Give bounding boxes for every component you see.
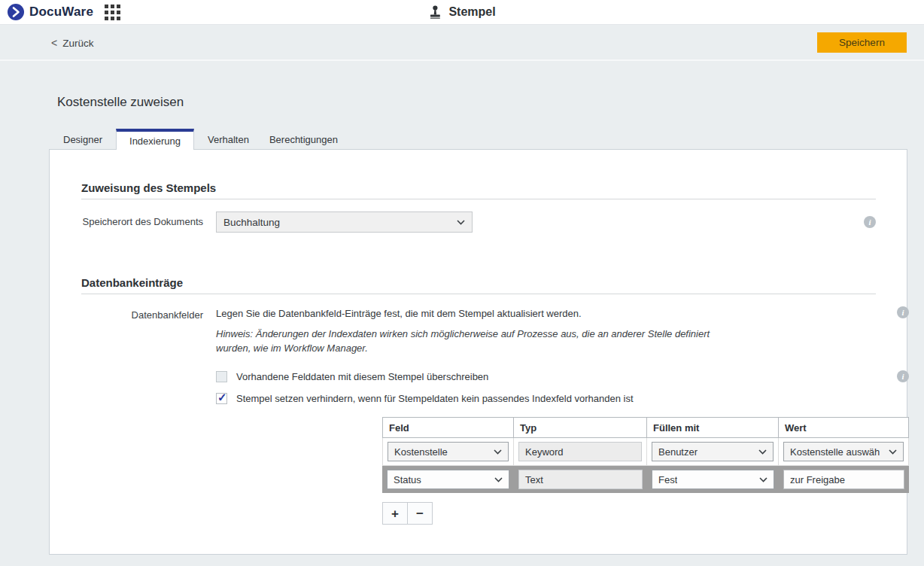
feld-select[interactable]: Status <box>387 470 509 489</box>
docuware-logo[interactable]: DocuWare <box>0 4 93 20</box>
module-title-text: Stempel <box>448 5 495 19</box>
docuware-logo-icon <box>8 4 24 20</box>
screen: DocuWare Stempel < Zurück Speichern Kost… <box>0 0 924 566</box>
assignment-section-heading: Zuweisung des Stempels <box>81 181 876 199</box>
column-header-fuellen-mit: Füllen mit <box>647 417 779 438</box>
checkmark-icon: ✓ <box>217 391 227 404</box>
table-row[interactable]: Kostenstelle Keyword Benutzer <box>382 438 909 466</box>
overwrite-checkbox-row: Vorhandene Felddaten mit diesem Stempel … <box>216 370 909 383</box>
table-row-buttons: + − <box>382 502 909 525</box>
database-section-heading: Datenbankeinträge <box>81 276 876 294</box>
prevent-checkbox-label[interactable]: Stempel setzen verhindern, wenn für Stem… <box>236 393 634 404</box>
page-title: Kostenstelle zuweisen <box>57 95 184 110</box>
overwrite-checkbox[interactable] <box>216 371 227 382</box>
wert-select[interactable]: Kostenstelle auswäh <box>783 442 904 461</box>
table-row-selected[interactable]: Status Text Fest <box>382 466 909 493</box>
storage-info-icon[interactable]: i <box>864 216 876 228</box>
feld-select[interactable]: Kostenstelle <box>388 442 509 461</box>
table-header-row: Feld Typ Füllen mit Wert <box>382 417 909 438</box>
save-button[interactable]: Speichern <box>817 32 907 53</box>
module-title: Stempel <box>428 5 495 20</box>
action-toolbar: < Zurück Speichern <box>0 26 924 61</box>
chevron-down-icon <box>759 477 767 482</box>
fuellen-mit-select[interactable]: Benutzer <box>652 442 774 461</box>
storage-location-select[interactable]: Buchhaltung <box>216 211 473 233</box>
indexierung-panel: Zuweisung des Stempels Speicherort des D… <box>49 149 907 555</box>
column-header-feld: Feld <box>382 417 514 438</box>
database-fields-info-icon[interactable]: i <box>897 306 909 318</box>
column-header-wert: Wert <box>779 417 909 438</box>
add-row-button[interactable]: + <box>382 502 408 525</box>
prevent-checkbox[interactable]: ✓ <box>216 393 227 404</box>
fuellen-mit-select[interactable]: Fest <box>652 470 774 489</box>
top-bar: DocuWare Stempel <box>0 0 924 25</box>
prevent-checkbox-row: ✓ Stempel setzen verhindern, wenn für St… <box>216 392 909 405</box>
database-fields-hint: Hinweis: Änderungen der Indexdaten wirke… <box>216 327 722 355</box>
database-fields-row: Datenbankfelder Legen Sie die Datenbankf… <box>81 305 876 525</box>
checkbox-group: Vorhandene Felddaten mit diesem Stempel … <box>216 370 909 405</box>
tab-berechtigungen[interactable]: Berechtigungen <box>263 129 345 150</box>
chevron-down-icon <box>758 449 767 455</box>
column-header-typ: Typ <box>514 417 647 438</box>
tab-verhalten[interactable]: Verhalten <box>201 129 256 150</box>
stamp-icon <box>428 5 442 20</box>
back-button[interactable]: < Zurück <box>51 37 93 48</box>
storage-location-row: Speicherort des Dokuments Buchhaltung i <box>81 211 876 242</box>
tab-designer[interactable]: Designer <box>56 129 109 150</box>
database-fields-description: Legen Sie die Datenbankfeld-Einträge fes… <box>216 305 909 321</box>
chevron-left-icon: < <box>51 38 57 48</box>
overwrite-info-icon[interactable]: i <box>897 370 909 382</box>
app-grid-icon[interactable] <box>105 5 120 20</box>
brand-name: DocuWare <box>29 5 93 20</box>
storage-location-label: Speicherort des Dokuments <box>81 211 203 242</box>
storage-location-value: Buchhaltung <box>223 217 280 228</box>
typ-value: Keyword <box>518 442 642 461</box>
tab-bar: Designer Indexierung Verhalten Berechtig… <box>49 129 345 150</box>
wert-input[interactable] <box>783 470 904 489</box>
overwrite-checkbox-label[interactable]: Vorhandene Felddaten mit diesem Stempel … <box>236 371 488 382</box>
chevron-down-icon <box>494 449 502 455</box>
chevron-down-icon <box>457 220 465 225</box>
typ-value: Text <box>518 470 643 489</box>
database-fields-table: Feld Typ Füllen mit Wert Kostenstelle <box>382 417 909 493</box>
database-fields-label: Datenbankfelder <box>81 305 203 525</box>
back-label: Zurück <box>62 37 93 48</box>
chevron-down-icon <box>889 449 897 455</box>
chevron-down-icon <box>494 477 503 482</box>
tab-indexierung[interactable]: Indexierung <box>116 129 194 150</box>
remove-row-button[interactable]: − <box>407 502 433 525</box>
